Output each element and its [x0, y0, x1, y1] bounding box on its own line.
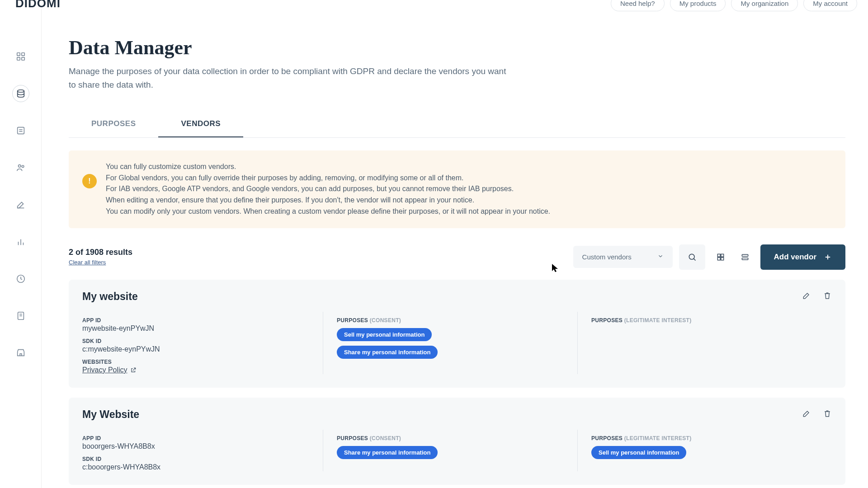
- purpose-chip[interactable]: Sell my personal information: [591, 446, 686, 459]
- svg-rect-25: [742, 258, 748, 259]
- svg-rect-21: [721, 254, 723, 257]
- sdk-id-value: c:mywebsite-eynPYwJN: [82, 345, 309, 353]
- info-text: You can fully customize custom vendors. …: [106, 161, 550, 217]
- brand-logo: DIDOMI: [15, 0, 61, 10]
- app-id-label: APP ID: [82, 317, 309, 324]
- purposes-consent-label: PURPOSES (CONSENT): [337, 435, 564, 441]
- svg-rect-22: [717, 258, 720, 260]
- svg-line-19: [693, 258, 695, 260]
- svg-rect-2: [17, 57, 19, 60]
- svg-rect-24: [742, 254, 748, 256]
- svg-point-8: [18, 165, 21, 168]
- svg-rect-0: [17, 53, 19, 56]
- tabs: PURPOSES VENDORS: [69, 111, 845, 138]
- info-banner: ! You can fully customize custom vendors…: [69, 150, 845, 228]
- filter-value: Custom vendors: [582, 253, 632, 261]
- my-account-button[interactable]: My account: [803, 0, 857, 11]
- purpose-chip[interactable]: Sell my personal information: [337, 328, 432, 341]
- svg-rect-20: [717, 254, 720, 257]
- svg-rect-5: [17, 127, 24, 134]
- sidebar-edit-icon[interactable]: [12, 196, 29, 213]
- warning-icon: !: [82, 174, 97, 188]
- vendor-card: My websiteAPP IDmywebsite-eynPYwJNSDK ID…: [69, 280, 845, 388]
- purposes-legit-label: PURPOSES (LEGITIMATE INTEREST): [591, 435, 818, 441]
- sidebar-users-icon[interactable]: [12, 159, 29, 176]
- plus-icon: [824, 253, 832, 261]
- sdk-id-label: SDK ID: [82, 456, 309, 462]
- clear-filters-link[interactable]: Clear all filters: [69, 259, 106, 266]
- edit-button[interactable]: [802, 409, 811, 420]
- privacy-policy-link[interactable]: Privacy Policy: [82, 366, 137, 374]
- my-products-button[interactable]: My products: [670, 0, 726, 11]
- tab-purposes[interactable]: PURPOSES: [69, 111, 158, 137]
- app-id-label: APP ID: [82, 435, 309, 441]
- sidebar: [0, 9, 42, 488]
- results-count: 2 of 1908 results: [69, 248, 132, 257]
- edit-button[interactable]: [802, 291, 811, 302]
- svg-rect-3: [21, 57, 24, 60]
- purposes-legit-label: PURPOSES (LEGITIMATE INTEREST): [591, 317, 818, 324]
- vendor-title: My website: [82, 291, 138, 303]
- my-organization-button[interactable]: My organization: [731, 0, 798, 11]
- svg-point-9: [22, 165, 24, 168]
- add-vendor-button[interactable]: Add vendor: [760, 244, 845, 270]
- svg-rect-23: [721, 258, 723, 260]
- chevron-down-icon: [657, 253, 664, 261]
- vendor-title: My Website: [82, 408, 139, 421]
- purpose-chip[interactable]: Share my personal information: [337, 446, 438, 459]
- vendor-filter-select[interactable]: Custom vendors: [573, 246, 673, 268]
- delete-button[interactable]: [823, 291, 832, 302]
- page-description: Manage the purposes of your data collect…: [69, 65, 507, 92]
- search-button[interactable]: [679, 244, 705, 270]
- sidebar-dashboard-icon[interactable]: [12, 48, 29, 65]
- vendor-card: My WebsiteAPP IDbooorgers-WHYA8B8xSDK ID…: [69, 398, 845, 485]
- app-id-value: booorgers-WHYA8B8x: [82, 442, 309, 450]
- svg-point-4: [17, 90, 24, 93]
- need-help-button[interactable]: Need help?: [611, 0, 665, 11]
- sidebar-data-manager-icon[interactable]: [12, 85, 29, 102]
- sidebar-notices-icon[interactable]: [12, 122, 29, 139]
- purposes-consent-label: PURPOSES (CONSENT): [337, 317, 564, 324]
- page-title: Data Manager: [69, 36, 845, 59]
- websites-label: WEBSITES: [82, 359, 309, 365]
- list-view-button[interactable]: [736, 248, 754, 266]
- grid-view-button[interactable]: [712, 248, 730, 266]
- purpose-chip[interactable]: Share my personal information: [337, 346, 438, 359]
- sidebar-versions-icon[interactable]: [12, 270, 29, 287]
- sidebar-reports-icon[interactable]: [12, 307, 29, 324]
- svg-rect-1: [21, 53, 24, 56]
- tab-vendors[interactable]: VENDORS: [158, 111, 243, 137]
- delete-button[interactable]: [823, 409, 832, 420]
- sdk-id-value: c:booorgers-WHYA8B8x: [82, 463, 309, 471]
- svg-point-18: [689, 254, 694, 259]
- sidebar-marketplace-icon[interactable]: [12, 344, 29, 361]
- app-id-value: mywebsite-eynPYwJN: [82, 324, 309, 333]
- sidebar-analytics-icon[interactable]: [12, 233, 29, 250]
- sdk-id-label: SDK ID: [82, 338, 309, 344]
